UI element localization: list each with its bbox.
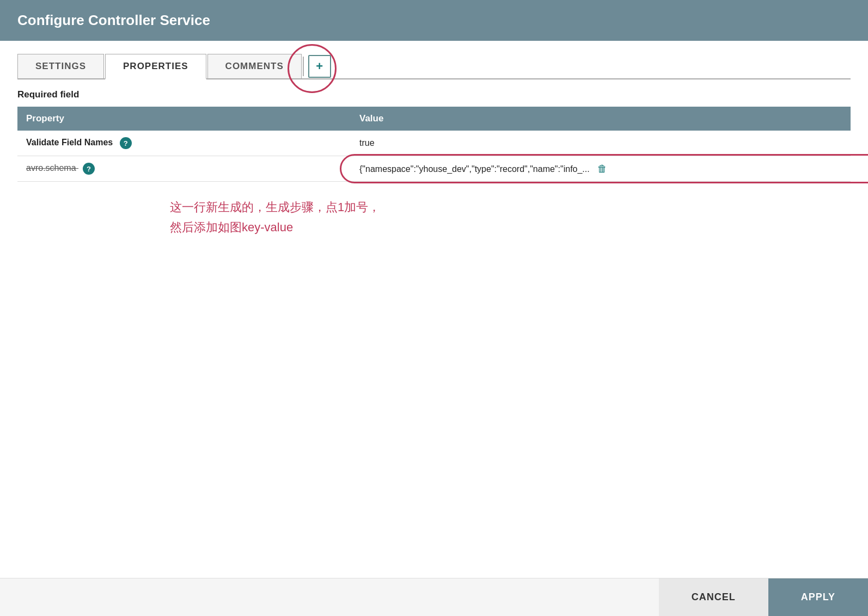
property-name-cell: Validate Field Names ?	[17, 131, 351, 156]
tab-comments[interactable]: COMMENTS	[207, 54, 302, 78]
divider	[303, 57, 304, 76]
trash-icon[interactable]: 🗑	[597, 163, 607, 174]
help-icon-avro[interactable]: ?	[83, 163, 95, 175]
add-icon: +	[316, 59, 323, 73]
property-name-cell-avro: avro.schema ?	[17, 156, 351, 182]
property-value: true	[359, 138, 375, 147]
annotation-line-1: 这一行新生成的，生成步骤，点1加号，	[170, 197, 851, 217]
value-cell: true	[351, 131, 851, 156]
required-field-label: Required field	[17, 89, 851, 100]
table-header-row: Property Value	[17, 107, 851, 131]
tab-settings[interactable]: SETTINGS	[17, 54, 104, 78]
value-cell-avro: {"namespace":"yhouse_dev","type":"record…	[351, 156, 851, 182]
tabs-row: SETTINGS PROPERTIES COMMENTS +	[17, 54, 851, 79]
dialog-header: Configure Controller Service	[0, 0, 868, 41]
add-btn-area: +	[303, 54, 331, 78]
table-row: avro.schema ? {"namespace":"yhouse_dev",…	[17, 156, 851, 182]
column-value: Value	[351, 107, 851, 131]
cancel-button[interactable]: CANCEL	[659, 578, 768, 616]
table-row: Validate Field Names ? true	[17, 131, 851, 156]
configure-controller-dialog: Configure Controller Service SETTINGS PR…	[0, 0, 868, 616]
property-value-avro: {"namespace":"yhouse_dev","type":"record…	[359, 164, 590, 174]
property-label: Validate Field Names	[26, 138, 113, 147]
column-property: Property	[17, 107, 351, 131]
property-label-avro: avro.schema	[26, 163, 76, 173]
dialog-title: Configure Controller Service	[17, 12, 210, 28]
dialog-body: SETTINGS PROPERTIES COMMENTS + Required …	[0, 41, 868, 578]
properties-table: Property Value Validate Field Names ? tr…	[17, 107, 851, 182]
help-icon[interactable]: ?	[120, 137, 132, 149]
dialog-footer: CANCEL APPLY	[0, 578, 868, 616]
add-property-button[interactable]: +	[308, 55, 331, 78]
tab-properties[interactable]: PROPERTIES	[105, 54, 206, 79]
apply-button[interactable]: APPLY	[768, 578, 868, 616]
annotation-line-2: 然后添加如图key-value	[170, 217, 851, 237]
annotation-text: 这一行新生成的，生成步骤，点1加号， 然后添加如图key-value	[170, 197, 851, 238]
